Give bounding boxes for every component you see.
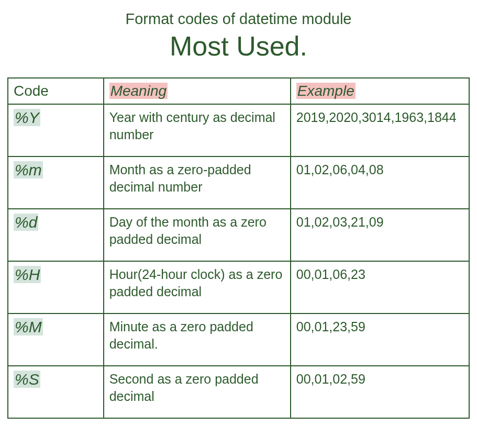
table-row: %M Minute as a zero padded decimal. 00,0… bbox=[8, 313, 469, 366]
cell-example: 00,01,02,59 bbox=[291, 366, 469, 418]
header-code: Code bbox=[8, 78, 104, 104]
table-row: %Y Year with century as decimal number 2… bbox=[8, 104, 469, 156]
format-codes-table: Code Meaning Example %Y Year with centur… bbox=[7, 77, 470, 419]
cell-meaning: Day of the month as a zero padded decima… bbox=[104, 209, 291, 261]
table-row: %S Second as a zero padded decimal 00,01… bbox=[8, 366, 469, 418]
cell-code: %m bbox=[8, 156, 104, 209]
cell-code: %M bbox=[8, 313, 104, 366]
page-subtitle: Format codes of datetime module bbox=[7, 10, 470, 28]
header-example: Example bbox=[291, 78, 469, 104]
cell-code: %Y bbox=[8, 104, 104, 156]
header-meaning: Meaning bbox=[104, 78, 291, 104]
table-row: %H Hour(24-hour clock) as a zero padded … bbox=[8, 261, 469, 313]
cell-meaning: Year with century as decimal number bbox=[104, 104, 291, 156]
cell-example: 00,01,06,23 bbox=[291, 261, 469, 313]
table-row: %d Day of the month as a zero padded dec… bbox=[8, 209, 469, 261]
table-header-row: Code Meaning Example bbox=[8, 78, 469, 104]
cell-meaning: Month as a zero-padded decimal number bbox=[104, 156, 291, 209]
page-title: Most Used. bbox=[7, 30, 470, 62]
cell-meaning: Second as a zero padded decimal bbox=[104, 366, 291, 418]
table-row: %m Month as a zero-padded decimal number… bbox=[8, 156, 469, 209]
cell-code: %d bbox=[8, 209, 104, 261]
cell-example: 01,02,03,21,09 bbox=[291, 209, 469, 261]
cell-meaning: Minute as a zero padded decimal. bbox=[104, 313, 291, 366]
cell-code: %H bbox=[8, 261, 104, 313]
cell-example: 2019,2020,3014,1963,1844 bbox=[291, 104, 469, 156]
cell-example: 00,01,23,59 bbox=[291, 313, 469, 366]
cell-code: %S bbox=[8, 366, 104, 418]
cell-example: 01,02,06,04,08 bbox=[291, 156, 469, 209]
cell-meaning: Hour(24-hour clock) as a zero padded dec… bbox=[104, 261, 291, 313]
header: Format codes of datetime module Most Use… bbox=[7, 10, 470, 62]
